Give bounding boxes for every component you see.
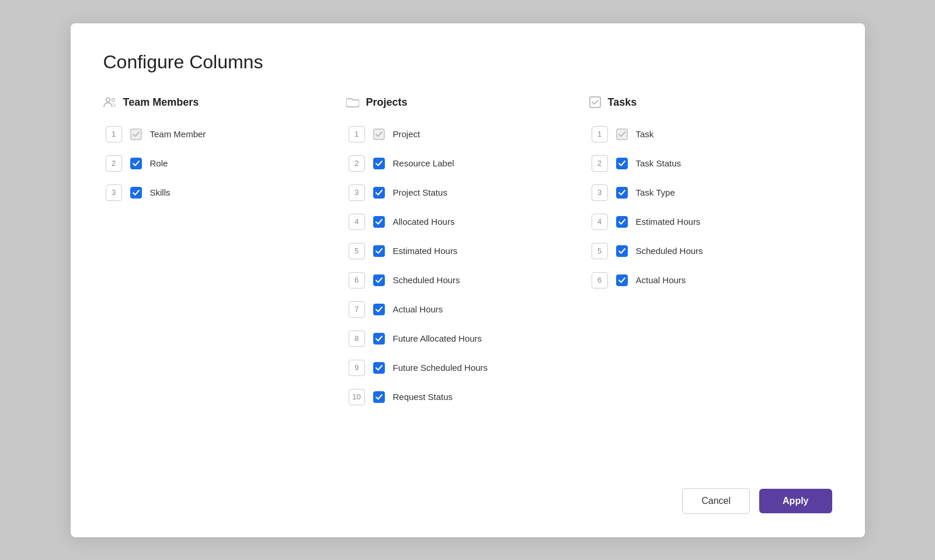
section-items-tasks: 1 Task2 Task Status3 Task Type4 Estimate… [589, 120, 832, 294]
checkbox[interactable] [373, 391, 385, 403]
item-label: Task [636, 129, 654, 139]
checkbox[interactable] [616, 128, 628, 140]
modal-footer: Cancel Apply [103, 488, 832, 514]
list-item: 1 Project [346, 120, 589, 148]
item-number: 2 [349, 155, 365, 172]
item-number: 3 [592, 185, 608, 201]
item-label: Estimated Hours [393, 246, 458, 256]
checkbox[interactable] [373, 274, 385, 286]
section-title-tasks: Tasks [608, 96, 637, 109]
item-number: 1 [349, 126, 365, 142]
checkbox[interactable] [616, 245, 628, 257]
section-header-tasks: Tasks [589, 96, 832, 109]
item-label: Project [393, 129, 420, 139]
list-item: 5 Estimated Hours [346, 237, 589, 265]
list-item: 3 Project Status [346, 179, 589, 207]
section-tasks: Tasks 1 Task2 Task Status3 Task Type4 Es… [589, 96, 832, 460]
svg-point-1 [112, 99, 114, 102]
item-number: 2 [592, 155, 608, 172]
item-label: Resource Label [393, 158, 454, 168]
checkbox[interactable] [616, 216, 628, 228]
list-item: 1 Team Member [103, 120, 346, 148]
item-number: 1 [592, 126, 608, 142]
section-header-projects: Projects [346, 96, 589, 109]
item-label: Actual Hours [636, 275, 686, 285]
checkbox[interactable] [616, 187, 628, 199]
section-projects: Projects 1 Project2 Resource Label3 Proj… [346, 96, 589, 460]
checkbox[interactable] [616, 274, 628, 286]
checkbox[interactable] [373, 333, 385, 345]
folder-icon [346, 96, 359, 108]
item-number: 4 [592, 214, 608, 230]
section-header-team-members: Team Members [103, 96, 346, 109]
section-items-projects: 1 Project2 Resource Label3 Project Statu… [346, 120, 589, 411]
item-label: Team Member [150, 129, 206, 139]
list-item: 5 Scheduled Hours [589, 237, 832, 265]
item-label: Estimated Hours [636, 217, 701, 227]
checkbox[interactable] [130, 158, 142, 169]
item-number: 1 [106, 126, 122, 142]
item-number: 6 [349, 272, 365, 288]
list-item: 3 Skills [103, 179, 346, 207]
list-item: 3 Task Type [589, 179, 832, 207]
checkbox[interactable] [373, 128, 385, 140]
checkbox[interactable] [373, 187, 385, 199]
configure-columns-modal: Configure Columns Team Members 1 Team Me… [71, 23, 865, 537]
item-number: 7 [349, 301, 365, 318]
item-number: 5 [592, 243, 608, 259]
item-number: 6 [592, 272, 608, 288]
list-item: 2 Resource Label [346, 149, 589, 178]
list-item: 7 Actual Hours [346, 295, 589, 324]
item-label: Future Scheduled Hours [393, 363, 488, 373]
item-number: 2 [106, 155, 122, 172]
item-number: 10 [349, 389, 365, 405]
section-title-team-members: Team Members [123, 96, 199, 109]
columns-container: Team Members 1 Team Member2 Role3 Skills… [103, 96, 832, 460]
apply-button[interactable]: Apply [759, 489, 832, 513]
checkbox[interactable] [373, 158, 385, 169]
task-icon [589, 96, 601, 108]
modal-title: Configure Columns [103, 51, 832, 73]
modal-overlay: Configure Columns Team Members 1 Team Me… [0, 0, 935, 560]
item-number: 3 [349, 185, 365, 201]
checkbox[interactable] [130, 187, 142, 199]
list-item: 10 Request Status [346, 383, 589, 411]
item-label: Skills [150, 187, 171, 197]
svg-rect-2 [590, 97, 600, 107]
item-label: Allocated Hours [393, 217, 455, 227]
list-item: 6 Scheduled Hours [346, 266, 589, 294]
item-label: Task Status [636, 158, 682, 168]
checkbox[interactable] [373, 304, 385, 315]
item-label: Actual Hours [393, 304, 443, 314]
list-item: 9 Future Scheduled Hours [346, 354, 589, 382]
item-label: Scheduled Hours [636, 246, 703, 256]
checkbox[interactable] [373, 245, 385, 257]
checkbox[interactable] [373, 216, 385, 228]
checkbox[interactable] [373, 362, 385, 374]
item-number: 4 [349, 214, 365, 230]
checkbox[interactable] [616, 158, 628, 169]
item-number: 8 [349, 331, 365, 347]
section-items-team-members: 1 Team Member2 Role3 Skills [103, 120, 346, 207]
team-icon [103, 97, 116, 107]
item-label: Task Type [636, 187, 675, 197]
item-label: Project Status [393, 187, 447, 197]
item-label: Scheduled Hours [393, 275, 460, 285]
list-item: 2 Role [103, 149, 346, 178]
svg-point-0 [106, 98, 110, 102]
item-label: Role [150, 158, 168, 168]
list-item: 4 Allocated Hours [346, 208, 589, 236]
list-item: 8 Future Allocated Hours [346, 325, 589, 353]
section-team-members: Team Members 1 Team Member2 Role3 Skills [103, 96, 346, 460]
item-number: 3 [106, 185, 122, 201]
section-title-projects: Projects [366, 96, 408, 109]
checkbox[interactable] [130, 128, 142, 140]
list-item: 4 Estimated Hours [589, 208, 832, 236]
item-number: 5 [349, 243, 365, 259]
list-item: 6 Actual Hours [589, 266, 832, 294]
list-item: 1 Task [589, 120, 832, 148]
cancel-button[interactable]: Cancel [682, 488, 750, 514]
item-number: 9 [349, 360, 365, 376]
item-label: Future Allocated Hours [393, 333, 482, 343]
item-label: Request Status [393, 392, 453, 402]
